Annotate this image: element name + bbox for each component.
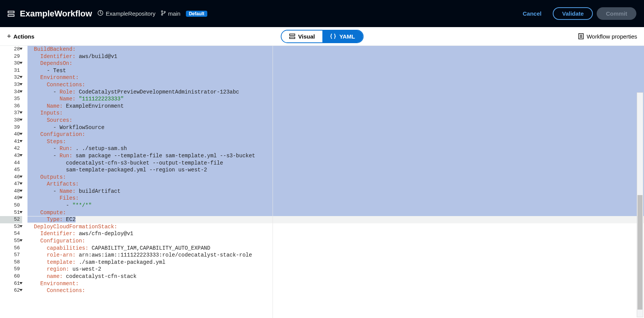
visual-icon xyxy=(289,34,295,39)
code-line[interactable]: region: us-west-2 xyxy=(27,266,644,273)
code-line[interactable]: Configuration: xyxy=(27,237,644,245)
svg-point-3 xyxy=(161,11,163,12)
branch-name: main xyxy=(168,10,181,17)
line-number: 37 xyxy=(0,110,22,117)
tab-yaml[interactable]: YAML xyxy=(323,31,363,42)
line-number: 60 xyxy=(0,273,22,280)
code-line[interactable]: DeployCloudFormationStack: xyxy=(27,223,644,231)
code-line[interactable]: Environment: xyxy=(27,74,644,81)
line-number: 29 xyxy=(0,53,22,60)
code-line[interactable]: role-arn: arn:aws:iam::111122223333:role… xyxy=(27,252,644,259)
commit-button[interactable]: Commit xyxy=(597,7,636,20)
line-number: 34 xyxy=(0,89,22,96)
app-header: ExampleWorkflow ExampleRepository main D… xyxy=(0,0,644,27)
line-number: 47 xyxy=(0,181,22,188)
line-number: 28 xyxy=(0,46,22,53)
line-number: 32 xyxy=(0,74,22,81)
code-line[interactable]: Environment: xyxy=(27,280,644,287)
add-actions-button[interactable]: + Actions xyxy=(7,32,34,40)
code-line[interactable]: Files: xyxy=(27,195,644,202)
code-line[interactable]: - Test xyxy=(27,67,644,74)
validate-button[interactable]: Validate xyxy=(553,7,593,20)
tab-visual[interactable]: Visual xyxy=(281,31,323,42)
code-line[interactable]: Connections: xyxy=(27,287,644,294)
line-number: 38 xyxy=(0,117,22,124)
line-number: 30 xyxy=(0,60,22,67)
code-line[interactable]: - WorkflowSource xyxy=(27,124,644,131)
code-line[interactable]: - Run: sam package --template-file sam-t… xyxy=(27,152,644,160)
code-line[interactable]: Steps: xyxy=(27,138,644,145)
scrollbar-thumb[interactable] xyxy=(638,195,642,310)
code-braces-icon xyxy=(330,34,336,39)
repository-indicator[interactable]: ExampleRepository xyxy=(97,10,155,17)
code-line[interactable]: template: ./sam-template-packaged.yml xyxy=(27,259,644,266)
line-number: 44 xyxy=(0,160,22,167)
svg-rect-1 xyxy=(8,15,14,16)
line-number: 49 xyxy=(0,195,22,202)
tab-yaml-label: YAML xyxy=(339,33,355,40)
code-line[interactable]: Sources: xyxy=(27,117,644,124)
code-line[interactable]: codecatalyst-cfn-s3-bucket --output-temp… xyxy=(27,160,644,167)
svg-point-5 xyxy=(164,11,166,13)
repository-icon xyxy=(97,10,103,17)
line-number: 54 xyxy=(0,230,22,237)
default-badge: Default xyxy=(186,11,208,17)
editor-toolbar: + Actions Visual YAML Workflo xyxy=(0,27,644,46)
code-line[interactable]: Identifier: aws/cfn-deploy@v1 xyxy=(27,230,644,237)
workflow-properties-button[interactable]: Workflow properties xyxy=(578,33,637,40)
line-number: 45 xyxy=(0,166,22,174)
code-line[interactable]: name: codecatalyst-cfn-stack xyxy=(27,273,644,280)
code-line[interactable]: Configuration: xyxy=(27,131,644,138)
line-number: 48 xyxy=(0,188,22,195)
line-number: 52 xyxy=(0,216,22,223)
code-line[interactable]: Compute: xyxy=(27,209,644,216)
code-line[interactable]: - "**/*" xyxy=(27,202,644,209)
code-line[interactable]: - Run: . ./setup-sam.sh xyxy=(27,145,644,152)
line-number: 62 xyxy=(0,287,22,294)
code-line[interactable]: Inputs: xyxy=(27,110,644,117)
code-line[interactable]: Identifier: aws/build@v1 xyxy=(27,53,644,60)
plus-icon: + xyxy=(7,32,11,40)
code-line[interactable]: - Name: buildArtifact xyxy=(27,188,644,195)
branch-indicator[interactable]: main xyxy=(161,10,181,17)
code-line[interactable]: sam-template-packaged.yml --region us-we… xyxy=(27,166,644,174)
line-number: 43 xyxy=(0,152,22,160)
branch-icon xyxy=(161,10,166,17)
code-line[interactable]: Connections: xyxy=(27,81,644,89)
code-line[interactable]: Name: "111122223333" xyxy=(27,95,644,103)
vertical-scrollbar[interactable] xyxy=(637,92,643,317)
line-number: 55 xyxy=(0,237,22,245)
svg-point-4 xyxy=(161,14,163,16)
add-actions-label: Actions xyxy=(13,33,34,40)
code-line[interactable]: Type: EC2 xyxy=(27,216,644,223)
line-number: 59 xyxy=(0,266,22,273)
repository-name: ExampleRepository xyxy=(106,10,155,17)
properties-icon xyxy=(578,33,584,39)
line-number: 50 xyxy=(0,202,22,209)
yaml-editor[interactable]: 2829303132333435363738394041424344454647… xyxy=(0,46,644,318)
line-number: 57 xyxy=(0,252,22,259)
code-line[interactable]: - Role: CodeCatalystPreviewDevelopmentAd… xyxy=(27,89,644,96)
code-line[interactable]: BuildBackend: xyxy=(27,46,644,53)
code-line[interactable]: Artifacts: xyxy=(27,181,644,188)
workflow-properties-label: Workflow properties xyxy=(587,33,637,40)
line-number: 61 xyxy=(0,280,22,287)
header-right: Cancel Validate Commit xyxy=(515,7,636,20)
workflow-title: ExampleWorkflow xyxy=(20,9,92,19)
header-left: ExampleWorkflow ExampleRepository main D… xyxy=(8,9,207,19)
svg-rect-7 xyxy=(289,37,295,39)
line-number: 35 xyxy=(0,95,22,103)
code-line[interactable]: Name: ExampleEnvironment xyxy=(27,103,644,110)
cancel-button[interactable]: Cancel xyxy=(515,8,549,19)
line-number: 51 xyxy=(0,209,22,216)
line-number: 36 xyxy=(0,103,22,110)
code-line[interactable]: capabilities: CAPABILITY_IAM,CAPABILITY_… xyxy=(27,245,644,252)
tab-visual-label: Visual xyxy=(298,33,315,40)
line-number: 58 xyxy=(0,259,22,266)
workflow-icon xyxy=(8,10,15,17)
line-number: 31 xyxy=(0,67,22,74)
line-number: 42 xyxy=(0,145,22,152)
code-area[interactable]: BuildBackend: Identifier: aws/build@v1 D… xyxy=(22,46,644,318)
code-line[interactable]: DependsOn: xyxy=(27,60,644,67)
code-line[interactable]: Outputs: xyxy=(27,174,644,181)
